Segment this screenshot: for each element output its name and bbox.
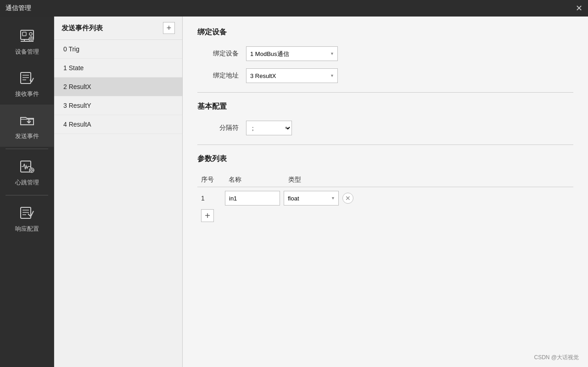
bind-device-select[interactable]: 1 ModBus通信 [246, 46, 338, 61]
svg-point-2 [29, 33, 32, 35]
add-event-button[interactable]: + [163, 22, 175, 34]
param-type-wrapper-1: float int string bool [284, 191, 339, 206]
bind-device-select-wrapper: 1 ModBus通信 [246, 46, 338, 61]
sidebar-item-heartbeat-mgmt-label: 心跳管理 [15, 178, 39, 187]
sidebar-item-device-mgmt[interactable]: 设备管理 [0, 20, 54, 62]
sidebar-item-device-mgmt-label: 设备管理 [15, 48, 39, 56]
params-section: 参数列表 序号 名称 类型 1 float int string bool ✕ [197, 154, 573, 222]
divider-2 [197, 145, 573, 145]
close-button[interactable]: ✕ [576, 4, 582, 12]
svg-rect-24 [21, 207, 31, 218]
sidebar-item-heartbeat-mgmt[interactable]: 心跳管理 [0, 151, 54, 193]
remove-param-button-1[interactable]: ✕ [342, 193, 353, 204]
separator-select[interactable]: ; , | [246, 121, 292, 135]
event-list-item-4[interactable]: 4 ResultA [54, 115, 182, 134]
sidebar-item-receive-event[interactable]: 接收事件 [0, 62, 54, 105]
event-list-title: 发送事件列表 [62, 24, 103, 33]
event-list-item-0[interactable]: 0 Trig [54, 40, 182, 59]
app-title: 通信管理 [6, 4, 31, 12]
bind-device-label: 绑定设备 [197, 50, 239, 58]
separator-label: 分隔符 [197, 124, 239, 132]
svg-rect-1 [22, 32, 26, 36]
bind-address-label: 绑定地址 [197, 72, 239, 80]
col-header-name: 名称 [225, 176, 285, 184]
main-container: 设备管理 接收事件 [0, 17, 588, 367]
separator-select-wrapper: ; , | [246, 121, 292, 135]
basic-config-section-title: 基本配置 [197, 102, 573, 113]
event-list-item-1[interactable]: 1 State [54, 59, 182, 78]
params-section-title: 参数列表 [197, 154, 573, 166]
bind-address-select[interactable]: 3 ResultX [246, 68, 338, 83]
add-param-button[interactable]: + [201, 209, 214, 222]
event-list-panel: 发送事件列表 + 0 Trig 1 State 2 ResultX 3 Resu… [54, 17, 183, 367]
divider-1 [197, 92, 573, 93]
sidebar-divider-2 [6, 195, 49, 195]
receive-icon [18, 69, 36, 87]
param-index-1: 1 [197, 195, 225, 202]
sidebar-item-receive-event-label: 接收事件 [15, 90, 39, 98]
event-list-item-2[interactable]: 2 ResultX [54, 78, 182, 96]
heartbeat-icon [18, 157, 36, 176]
params-table-header: 序号 名称 类型 [197, 173, 573, 187]
svg-rect-12 [21, 72, 31, 83]
param-name-input-1[interactable] [225, 191, 280, 206]
param-row-1: 1 float int string bool ✕ [197, 191, 573, 206]
device-icon [18, 27, 36, 45]
sidebar: 设备管理 接收事件 [0, 17, 54, 367]
bind-address-row: 绑定地址 3 ResultX [197, 68, 573, 83]
col-header-index: 序号 [197, 176, 225, 184]
send-icon [18, 111, 36, 129]
event-list-items: 0 Trig 1 State 2 ResultX 3 ResultY 4 Res… [54, 40, 182, 134]
sidebar-item-send-event[interactable]: 发送事件 [0, 105, 54, 147]
title-bar: 通信管理 ✕ [0, 0, 588, 17]
bind-device-row: 绑定设备 1 ModBus通信 [197, 46, 573, 61]
bind-address-select-wrapper: 3 ResultX [246, 68, 338, 83]
col-header-type: 类型 [285, 176, 344, 184]
separator-row: 分隔符 ; , | [197, 121, 573, 135]
sidebar-item-response-config-label: 响应配置 [15, 225, 39, 233]
event-list-header: 发送事件列表 + [54, 17, 182, 40]
param-type-select-1[interactable]: float int string bool [284, 191, 339, 206]
bind-device-section-title: 绑定设备 [197, 28, 573, 39]
response-icon [18, 204, 36, 222]
sidebar-item-response-config[interactable]: 响应配置 [0, 197, 54, 239]
sidebar-item-send-event-label: 发送事件 [15, 132, 39, 140]
event-list-item-3[interactable]: 3 ResultY [54, 96, 182, 115]
watermark: CSDN @大话视觉 [534, 354, 579, 361]
detail-panel: 绑定设备 绑定设备 1 ModBus通信 绑定地址 3 ResultX 基本配置… [183, 17, 588, 367]
sidebar-divider-1 [6, 149, 49, 149]
